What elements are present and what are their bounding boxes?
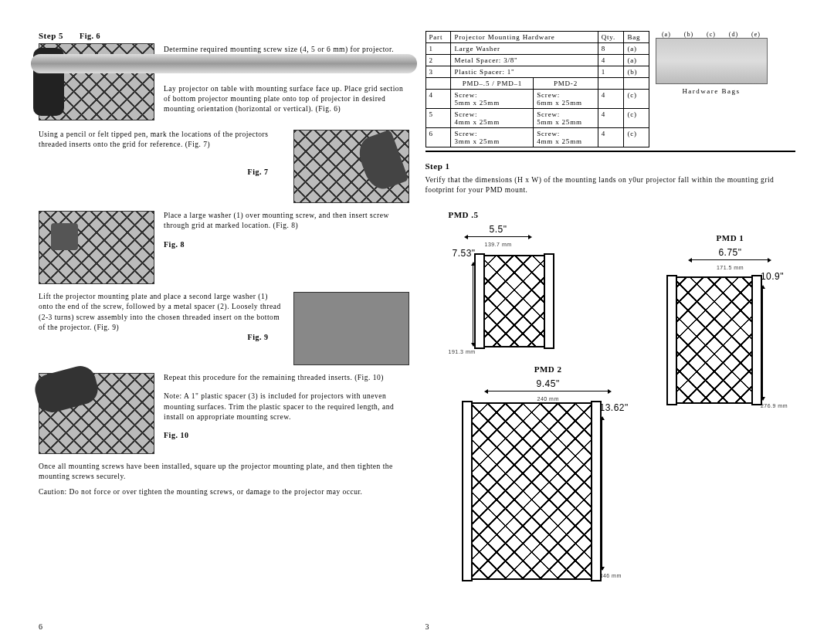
pmd2-h: 13.62"	[600, 402, 629, 413]
pmd1-grid	[673, 276, 756, 404]
th-hw: Projector Mounting Hardware	[451, 32, 598, 43]
fig8-label: Fig. 8	[164, 240, 409, 249]
step5-label: Step 5	[39, 31, 63, 40]
pmd05-w: 5.5"	[490, 224, 507, 235]
th-part: Part	[425, 32, 451, 43]
bag-label-row: (a) (b) (c) (d) (e)	[656, 31, 768, 38]
para6: Repeat this procedure for the remaining …	[164, 373, 409, 383]
hardware-bags-image	[656, 38, 768, 84]
table-row: 5Screw: 4mm x 25mmScrew: 5mm x 25mm4(c)	[425, 109, 649, 128]
para2: Lay projector on table with mounting sur…	[164, 84, 409, 115]
para5: Lift the projector mounting plate and pl…	[39, 292, 284, 333]
pmd1-label: PMD 1	[673, 233, 788, 242]
pmd1-w-mm: 171.5 mm	[717, 265, 744, 270]
step5-header-block: Step 5 Fig. 6	[39, 31, 154, 122]
fig7-label: Fig. 7	[39, 168, 284, 176]
pmd2-diagram: PMD 2 9.45" 240 mm 13.62" 346 mm	[468, 364, 629, 580]
th-bag: Bag	[624, 32, 649, 43]
table-row: 4Screw: 5mm x 25mmScrew: 6mm x 25mm4(c)	[425, 90, 649, 109]
para-block-67: Repeat this procedure for the remaining …	[164, 373, 409, 439]
fig9-label: Fig. 9	[39, 333, 284, 341]
pmd1-diagram: PMD 1 6.75" 171.5 mm 10.9" 276.9 mm	[673, 233, 788, 409]
pmd05-label: PMD .5	[449, 210, 548, 219]
pmd2-h-mm: 346 mm	[600, 573, 622, 578]
page-num-3: 3	[425, 622, 429, 631]
para4: Place a large washer (1) over mounting s…	[164, 211, 409, 232]
pmd05-h: 7.53"	[453, 248, 476, 259]
pmd1-w: 6.75"	[718, 247, 741, 258]
pmd05-h-mm: 191.3 mm	[449, 349, 476, 354]
para9: Caution: Do not force or over tighten th…	[39, 487, 409, 497]
para3: Using a pencil or felt tipped pen, mark …	[39, 130, 284, 151]
hardware-bags-block: (a) (b) (c) (d) (e) Hardware Bags	[656, 31, 768, 95]
fig9-image	[293, 292, 409, 365]
step1-text: Verify that the dimensions (H x W) of th…	[425, 175, 796, 196]
pmd2-grid	[468, 402, 595, 580]
th-qty: Qty.	[598, 32, 624, 43]
table-row: 1Large Washer8(a)	[425, 43, 649, 55]
page-6: Step 5 Fig. 6 Determine required mountin…	[31, 31, 418, 632]
pmd2-w-mm: 240 mm	[537, 396, 559, 402]
pmd2-w: 9.45"	[537, 378, 560, 389]
para8: Once all mounting screws have been insta…	[39, 462, 409, 483]
pmd1-h-mm: 276.9 mm	[761, 403, 788, 408]
hw-caption: Hardware Bags	[656, 87, 768, 95]
fig7-image	[293, 130, 409, 203]
fig10-label: Fig. 10	[164, 431, 409, 439]
table-row: 6Screw: 3mm x 25mmScrew: 4mm x 25mm4(c)	[425, 128, 649, 147]
pmd05-grid	[480, 255, 548, 347]
step1-label: Step 1	[425, 161, 796, 171]
pmd05-w-mm: 139.7 mm	[485, 242, 512, 247]
pmd05-diagram: PMD .5 5.5" 139.7 mm 7.53" 191.3 mm	[449, 210, 548, 355]
para-block-4: Place a large washer (1) over mounting s…	[164, 211, 409, 249]
table-row: 3Plastic Spacer: 1"1(b)	[425, 66, 649, 78]
fig8-image	[39, 211, 154, 284]
fig10-image	[39, 373, 154, 454]
parts-table: Part Projector Mounting Hardware Qty. Ba…	[425, 31, 649, 147]
table-row: 2Metal Spacer: 3/8"4(a)	[425, 55, 649, 66]
para7: Note: A 1" plastic spacer (3) is include…	[164, 391, 409, 422]
page-3: Part Projector Mounting Hardware Qty. Ba…	[418, 31, 804, 632]
table-subheader: PMD–.5 / PMD–1PMD-2	[425, 78, 649, 90]
para-block-3: Using a pencil or felt tipped pen, mark …	[39, 130, 284, 176]
pmd1-h: 10.9"	[761, 271, 784, 282]
pmd2-label: PMD 2	[468, 364, 629, 374]
para-block-5: Lift the projector mounting plate and pl…	[39, 292, 284, 341]
fig6-label: Fig. 6	[80, 32, 100, 40]
page-num-6: 6	[39, 622, 42, 631]
